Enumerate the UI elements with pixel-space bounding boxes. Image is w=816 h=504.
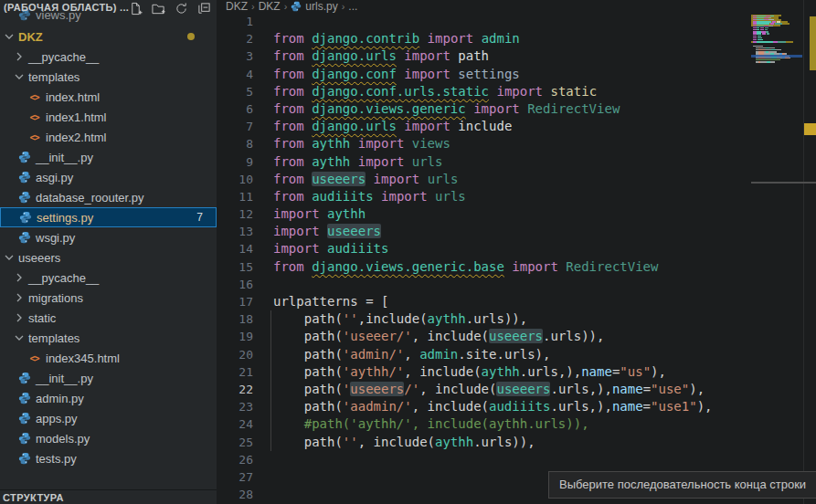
code-text: from django.conf.urls.static import stat… <box>253 84 597 99</box>
code-line-2[interactable]: 2from django.contrib import admin <box>217 30 801 47</box>
tree-item-dkz[interactable]: DKZ <box>0 26 217 47</box>
code-line-14[interactable]: 14import audiiits <box>217 240 801 257</box>
tree-item-settings-py[interactable]: settings.py7 <box>0 207 217 227</box>
tree-item-apps-py[interactable]: apps.py <box>0 408 217 428</box>
code-text: import audiiits <box>253 241 388 256</box>
code-line-11[interactable]: 11from audiiits import urls <box>217 188 801 205</box>
code-text: path('aythh/', include(aythh.urls,),name… <box>253 364 666 379</box>
tree-item-index1-html[interactable]: <>index1.html <box>0 107 217 127</box>
code-line-19[interactable]: 19 path('useeer/', include(useeers.urls)… <box>217 328 801 345</box>
line-number: 7 <box>217 118 253 135</box>
tree-item-label: index1.html <box>46 110 106 124</box>
tree-item-static[interactable]: static <box>0 308 217 328</box>
tree-item-label: wsgi.py <box>36 231 75 245</box>
tree-item-index-html[interactable]: <>index.html <box>0 87 217 107</box>
code-line-6[interactable]: 6from django.views.generic import Redire… <box>217 100 801 118</box>
tree-item--pycache-[interactable]: __pycache__ <box>0 47 217 67</box>
chevron-down-icon <box>15 72 24 81</box>
code-line-23[interactable]: 23 path('aadmin/', include(audiiits.urls… <box>217 398 801 415</box>
tree-item-database-roouter-py[interactable]: database_roouter.py <box>0 187 217 207</box>
line-number: 5 <box>217 83 253 100</box>
code-line-3[interactable]: 3from django.urls import path <box>217 47 801 65</box>
code-line-20[interactable]: 20 path('admin/', admin.site.urls), <box>217 346 801 363</box>
tree-item-label: migrations <box>28 291 83 305</box>
code-line-18[interactable]: 18 path('',include(aythh.urls)), <box>217 310 801 328</box>
collapse-all-icon[interactable] <box>196 1 211 16</box>
code-line-12[interactable]: 12import aythh <box>217 205 801 223</box>
tree-item-label: templates <box>28 331 79 345</box>
code-line-4[interactable]: 4from django.conf import settings <box>217 66 801 83</box>
tree-item-models-py[interactable]: models.py <box>0 428 217 448</box>
tree-item-label: asgi.py <box>36 171 73 184</box>
code-line-10[interactable]: 10from useeers import urls <box>217 171 801 188</box>
code-text: from aythh import views <box>253 136 450 151</box>
tree-item-label: index.html <box>46 90 100 104</box>
tree-item-label: DKZ <box>18 30 43 44</box>
code-line-7[interactable]: 7from django.urls import include <box>217 118 801 135</box>
new-folder-icon[interactable] <box>151 1 165 16</box>
code-line-9[interactable]: 9from aythh import urls <box>217 153 801 171</box>
code-area[interactable]: 12from django.contrib import admin3from … <box>217 13 801 503</box>
tree-item--init-py[interactable]: __init__.py <box>0 147 217 167</box>
code-text: from django.contrib import admin <box>253 31 520 46</box>
tree-item-index2-html[interactable]: <>index2.html <box>0 127 217 147</box>
tree-item-index345-html[interactable]: <>index345.html <box>0 348 217 368</box>
line-number: 21 <box>217 363 253 381</box>
tree-item--pycache-[interactable]: __pycache__ <box>0 268 217 288</box>
tree-item-templates[interactable]: templates <box>0 328 217 348</box>
line-number: 17 <box>217 293 253 310</box>
breadcrumb-item[interactable]: DKZ <box>259 0 281 13</box>
code-line-1[interactable]: 1 <box>217 13 801 30</box>
code-line-13[interactable]: 13import useeers <box>217 223 801 240</box>
python-file-icon <box>18 211 32 225</box>
tree-item--init-py[interactable]: __init__.py <box>0 368 217 388</box>
line-number: 28 <box>217 486 253 503</box>
code-text: path('',include(aythh.urls)), <box>253 311 527 326</box>
python-file-icon <box>17 231 31 245</box>
breadcrumb-item[interactable]: urls.py <box>305 0 337 13</box>
code-line-8[interactable]: 8from aythh import views <box>217 135 801 152</box>
refresh-icon[interactable] <box>174 1 188 16</box>
breadcrumb-separator: › <box>342 1 345 12</box>
chevron-right-icon <box>15 273 24 282</box>
html-file-icon: <> <box>27 352 41 365</box>
code-text: from django.urls import include <box>253 119 512 133</box>
outline-section-header[interactable]: СТРУКТУРА <box>0 489 217 504</box>
line-number: 16 <box>217 276 253 293</box>
code-line-16[interactable]: 16 <box>217 276 801 293</box>
eol-tooltip: Выберите последовательность конца строки <box>548 471 816 499</box>
code-line-5[interactable]: 5from django.conf.urls.static import sta… <box>217 83 801 100</box>
tree-item-admin-py[interactable]: admin.py <box>0 388 217 408</box>
tree-item-wsgi-py[interactable]: wsgi.py <box>0 227 217 247</box>
code-line-15[interactable]: 15from django.views.generic.base import … <box>217 258 801 276</box>
breadcrumb-item[interactable]: DKZ <box>226 0 248 13</box>
line-number: 22 <box>217 381 253 398</box>
code-text: import useeers <box>253 224 381 238</box>
code-text: from audiiits import urls <box>253 189 466 204</box>
code-line-17[interactable]: 17urlpatterns = [ <box>217 293 801 310</box>
python-file-icon <box>17 171 31 184</box>
ruler-warning-mark <box>810 16 816 70</box>
code-line-21[interactable]: 21 path('aythh/', include(aythh.urls,),n… <box>217 363 801 381</box>
tree-item-templates[interactable]: templates <box>0 67 217 87</box>
new-file-icon[interactable] <box>128 1 143 16</box>
code-text: from django.conf import settings <box>253 67 520 81</box>
code-line-24[interactable]: 24 #path('aythh/', include(aythh.urls)), <box>217 415 801 433</box>
tree-item-useeers[interactable]: useeers <box>0 247 217 268</box>
code-text: from django.views.generic.base import Re… <box>253 259 658 274</box>
tree-item-asgi-py[interactable]: asgi.py <box>0 167 217 187</box>
code-line-22[interactable]: 22 path('useeers/', include(useeers.urls… <box>217 381 801 398</box>
minimap[interactable] <box>751 13 802 122</box>
overview-ruler[interactable] <box>803 0 816 504</box>
code-line-26[interactable]: 26 <box>217 451 801 468</box>
line-number: 4 <box>217 66 253 83</box>
code-editor[interactable]: DKZ›DKZ›urls.py›... 12from django.contri… <box>217 0 816 504</box>
code-text: path('useeers/', include(useeers.urls,),… <box>253 382 705 396</box>
tree-item-label: templates <box>28 70 79 84</box>
line-number: 8 <box>217 135 253 152</box>
line-number: 3 <box>217 47 253 65</box>
code-line-25[interactable]: 25 path('', include(aythh.urls)), <box>217 434 801 451</box>
tree-item-migrations[interactable]: migrations <box>0 288 217 308</box>
tree-item-tests-py[interactable]: tests.py <box>0 448 217 468</box>
breadcrumb-item[interactable]: ... <box>348 0 357 13</box>
